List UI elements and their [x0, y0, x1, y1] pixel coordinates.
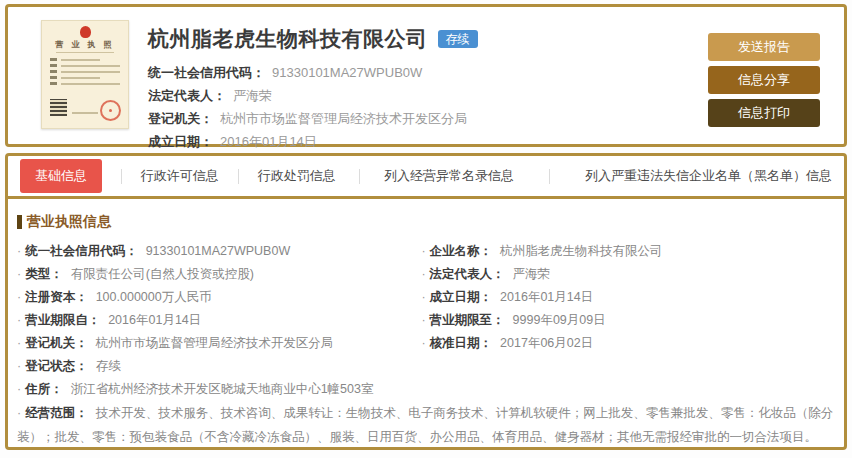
red-seal-stamp-icon [100, 100, 121, 121]
field-term-to: ·营业期限至：9999年09月09日 [421, 309, 834, 332]
business-license-thumbnail: 营 业 执 照 [41, 20, 129, 129]
field-address: ·住所：浙江省杭州经济技术开发区晓城天地商业中心1幢503室 [17, 378, 834, 401]
status-badge: 存续 [438, 30, 478, 48]
detail-card: 基础信息 行政许可信息 行政处罚信息 列入经营异常名录信息 列入严重违法失信企业… [5, 153, 847, 450]
tab-serious-violation-blacklist[interactable]: 列入严重违法失信企业名单（黑名单）信息 [585, 167, 832, 185]
field-legal-rep: ·法定代表人：严海荣 [421, 263, 834, 286]
tab-bar: 基础信息 行政许可信息 行政处罚信息 列入经营异常名录信息 列入严重违法失信企业… [8, 156, 844, 199]
field-registered-capital: ·注册资本：100.000000万人民币 [17, 286, 421, 309]
qr-code-icon [50, 99, 67, 116]
field-approval-date: ·核准日期：2017年06月02日 [421, 332, 834, 355]
field-company-name: ·企业名称：杭州脂老虎生物科技有限公司 [421, 240, 834, 263]
print-info-button[interactable]: 信息打印 [708, 99, 820, 127]
send-report-button[interactable]: 发送报告 [708, 33, 820, 61]
national-emblem-icon [80, 26, 91, 38]
field-term-from: ·营业期限自：2016年01月14日 [17, 309, 421, 332]
field-company-type: ·类型：有限责任公司(自然人投资或控股) [17, 263, 421, 286]
company-summary: 杭州脂老虎生物科技有限公司 存续 统一社会信用代码：91330101MA27WP… [129, 7, 699, 153]
company-header-card: 营 业 执 照 杭州脂老虎生物科技有限公司 存续 统一社会信用代码：913301… [5, 4, 847, 147]
tab-basic-info[interactable]: 基础信息 [20, 159, 102, 193]
license-info-section: 营业执照信息 ·统一社会信用代码：91330101MA27WPUB0W ·类型：… [8, 199, 844, 449]
field-registration-status: ·登记状态：存续 [17, 355, 421, 378]
header-field-registration-authority: 登记机关：杭州市市场监督管理局经济技术开发区分局 [148, 107, 699, 130]
field-registration-authority: ·登记机关：杭州市市场监督管理局经济技术开发区分局 [17, 332, 421, 355]
header-actions: 发送报告 信息分享 信息打印 [699, 7, 844, 132]
field-credit-code: ·统一社会信用代码：91330101MA27WPUB0W [17, 240, 421, 263]
tab-administrative-penalty[interactable]: 行政处罚信息 [258, 167, 336, 185]
share-info-button[interactable]: 信息分享 [708, 66, 820, 94]
license-thumb-title: 营 业 执 照 [42, 40, 128, 49]
header-field-credit-code: 统一社会信用代码：91330101MA27WPUB0W [148, 61, 699, 84]
section-title: 营业执照信息 [27, 213, 111, 231]
info-column-left: ·统一社会信用代码：91330101MA27WPUB0W ·类型：有限责任公司(… [17, 240, 421, 378]
tab-administrative-license[interactable]: 行政许可信息 [141, 167, 219, 185]
field-establish-date: ·成立日期：2016年01月14日 [421, 286, 834, 309]
info-column-right: ·企业名称：杭州脂老虎生物科技有限公司 ·法定代表人：严海荣 ·成立日期：201… [421, 240, 834, 378]
section-title-bar [17, 215, 22, 229]
header-field-establish-date: 成立日期：2016年01月14日 [148, 130, 699, 153]
company-name: 杭州脂老虎生物科技有限公司 [148, 25, 428, 53]
header-field-legal-rep: 法定代表人：严海荣 [148, 84, 699, 107]
field-business-scope: ·经营范围：技术开发、技术服务、技术咨询、成果转让：生物技术、电子商务技术、计算… [17, 401, 834, 449]
tab-abnormal-operation-list[interactable]: 列入经营异常名录信息 [384, 167, 514, 185]
